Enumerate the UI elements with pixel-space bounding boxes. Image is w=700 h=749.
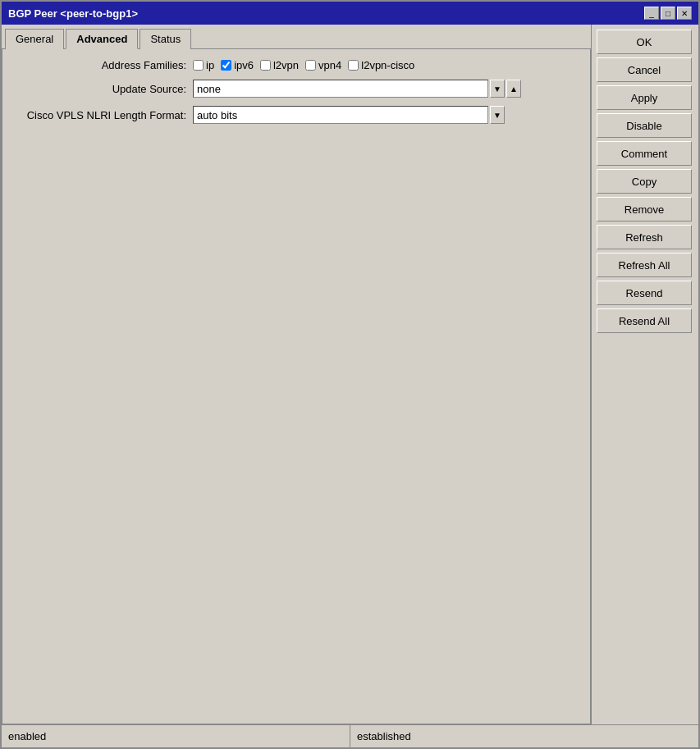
checkbox-ipv6[interactable] bbox=[221, 60, 231, 71]
status-established: established bbox=[350, 725, 698, 747]
update-source-select-group: none ▼ ▲ bbox=[193, 80, 521, 98]
address-families-label: Address Families: bbox=[12, 59, 193, 71]
checkbox-l2vpn-group: l2vpn bbox=[260, 59, 299, 71]
maximize-button[interactable]: □ bbox=[661, 7, 675, 20]
checkbox-ip-label: ip bbox=[206, 59, 214, 71]
tab-status[interactable]: Status bbox=[140, 29, 191, 49]
cisco-vpls-dropdown-btn[interactable]: ▼ bbox=[490, 106, 505, 124]
resend-button[interactable]: Resend bbox=[597, 281, 692, 305]
comment-button[interactable]: Comment bbox=[597, 141, 692, 166]
checkbox-l2vpn[interactable] bbox=[260, 60, 271, 71]
checkbox-l2vpn-label: l2vpn bbox=[273, 59, 299, 71]
refresh-all-button[interactable]: Refresh All bbox=[597, 253, 692, 277]
checkbox-ip-group: ip bbox=[193, 59, 214, 71]
apply-button[interactable]: Apply bbox=[597, 85, 692, 110]
checkbox-l2vpn-cisco[interactable] bbox=[348, 60, 359, 71]
update-source-dropdown-btn[interactable]: ▼ bbox=[490, 80, 505, 98]
cancel-button[interactable]: Cancel bbox=[597, 57, 692, 82]
main-content: General Advanced Status Address Families… bbox=[2, 25, 698, 724]
main-window: BGP Peer <peer-to-bgp1> _ □ ✕ General Ad… bbox=[0, 0, 700, 749]
status-enabled: enabled bbox=[2, 725, 350, 747]
tab-bar: General Advanced Status bbox=[2, 25, 591, 48]
checkbox-vpn4-label: vpn4 bbox=[318, 59, 341, 71]
ok-button[interactable]: OK bbox=[597, 30, 692, 54]
refresh-button[interactable]: Refresh bbox=[597, 225, 692, 249]
cisco-vpls-row: Cisco VPLS NLRI Length Format: auto bits… bbox=[12, 106, 580, 124]
checkbox-vpn4[interactable] bbox=[305, 60, 316, 71]
tab-content-advanced: Address Families: ip ipv6 l2vpn bbox=[2, 48, 591, 724]
checkbox-l2vpn-cisco-label: l2vpn-cisco bbox=[361, 59, 414, 71]
copy-button[interactable]: Copy bbox=[597, 169, 692, 194]
cisco-vpls-label: Cisco VPLS NLRI Length Format: bbox=[12, 109, 193, 121]
address-families-row: Address Families: ip ipv6 l2vpn bbox=[12, 59, 580, 71]
checkbox-l2vpn-cisco-group: l2vpn-cisco bbox=[348, 59, 414, 71]
statusbar: enabled established bbox=[2, 724, 698, 747]
left-panel: General Advanced Status Address Families… bbox=[2, 25, 592, 724]
disable-button[interactable]: Disable bbox=[597, 113, 692, 138]
cisco-vpls-select[interactable]: auto bits bbox=[193, 106, 488, 124]
update-source-row: Update Source: none ▼ ▲ bbox=[12, 80, 580, 98]
update-source-label: Update Source: bbox=[12, 83, 193, 95]
checkbox-ipv6-group: ipv6 bbox=[221, 59, 254, 71]
checkbox-ipv6-label: ipv6 bbox=[234, 59, 254, 71]
resend-all-button[interactable]: Resend All bbox=[597, 308, 692, 333]
right-panel: OK Cancel Apply Disable Comment Copy Rem… bbox=[592, 25, 698, 724]
titlebar-controls: _ □ ✕ bbox=[644, 7, 692, 20]
titlebar: BGP Peer <peer-to-bgp1> _ □ ✕ bbox=[2, 2, 698, 25]
cisco-vpls-select-group: auto bits ▼ bbox=[193, 106, 505, 124]
address-families-group: ip ipv6 l2vpn vpn4 bbox=[193, 59, 414, 71]
checkbox-ip[interactable] bbox=[193, 60, 204, 71]
update-source-select[interactable]: none bbox=[193, 80, 488, 98]
close-button[interactable]: ✕ bbox=[677, 7, 692, 20]
tab-general[interactable]: General bbox=[5, 29, 64, 49]
minimize-button[interactable]: _ bbox=[644, 7, 659, 20]
update-source-up-btn[interactable]: ▲ bbox=[506, 80, 521, 98]
window-title: BGP Peer <peer-to-bgp1> bbox=[8, 7, 138, 20]
tab-advanced[interactable]: Advanced bbox=[66, 29, 138, 49]
checkbox-vpn4-group: vpn4 bbox=[305, 59, 341, 71]
remove-button[interactable]: Remove bbox=[597, 197, 692, 222]
